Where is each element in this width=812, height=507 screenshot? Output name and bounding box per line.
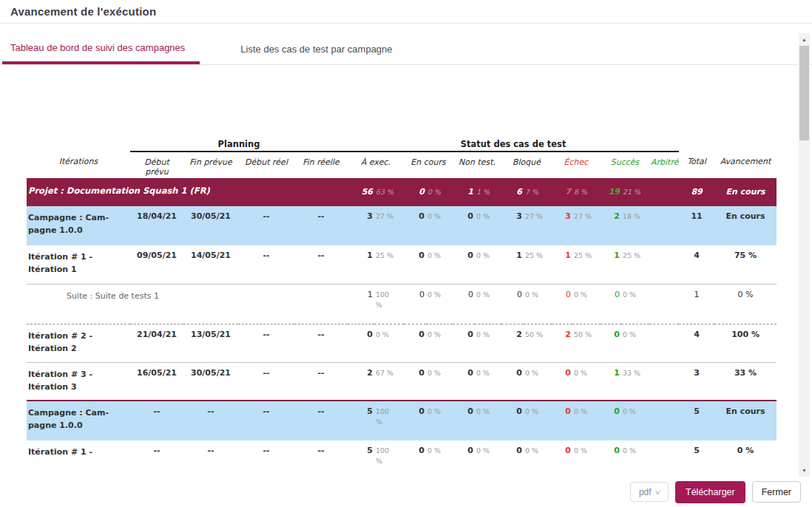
- table-row: Projet : Documentation Squash 1 (FR)5663…: [27, 178, 777, 205]
- table-row: Itération # 1 - Itération 109/05/2114/05…: [27, 245, 777, 284]
- scroll-up-icon[interactable]: ▲: [799, 34, 810, 45]
- format-select[interactable]: pdf ∨: [630, 482, 669, 502]
- group-header-row: Planning Statut des cas de test: [27, 134, 777, 152]
- dashboard-content: Planning Statut des cas de test Itératio…: [0, 66, 799, 477]
- tab-test-case-list[interactable]: Liste des cas de test par campagne: [232, 34, 407, 64]
- table-row: Itération # 1 ---------5100 %00 %00 %00 …: [27, 440, 777, 477]
- dialog-title: Avancement de l'exécution: [10, 5, 156, 18]
- col-header-start-planned: Début prévu: [130, 152, 183, 178]
- group-header-planning: Planning: [130, 134, 348, 152]
- close-button[interactable]: Fermer: [752, 481, 801, 503]
- col-header-not-tested: Non test.: [453, 152, 501, 178]
- dialog-footer: pdf ∨ Télécharger Fermer: [0, 477, 812, 507]
- tab-campaign-dashboard[interactable]: Tableau de bord de suivi des campagnes: [2, 34, 200, 64]
- row-label: Suite : Suite de tests 1: [27, 284, 348, 324]
- row-label: Campagne : Cam- pagne 1.0.0: [27, 401, 130, 440]
- campaign-tracking-table: Planning Statut des cas de test Itératio…: [27, 134, 777, 477]
- col-header-blocked: Bloqué: [501, 152, 552, 178]
- col-header-iterations: Itérations: [27, 152, 130, 178]
- scrollbar[interactable]: ▲ ▼: [799, 33, 810, 477]
- row-label: Campagne : Cam- pagne 1.0.0: [27, 205, 130, 245]
- scrollbar-thumb[interactable]: [799, 46, 809, 140]
- col-header-progress: Avancement: [714, 152, 777, 178]
- col-header-settled: Arbitré: [649, 152, 679, 178]
- col-header-total: Total: [679, 152, 714, 178]
- scroll-down-icon[interactable]: ▼: [799, 465, 810, 476]
- table-body: Projet : Documentation Squash 1 (FR)5663…: [27, 178, 777, 477]
- execution-progress-dialog: Avancement de l'exécution Tableau de bor…: [0, 0, 812, 507]
- row-label: Itération # 1 - Itération 1: [27, 245, 130, 284]
- table-row: Campagne : Cam- pagne 1.0.0--------5100 …: [27, 401, 777, 440]
- group-header-status: Statut des cas de test: [348, 134, 679, 152]
- col-header-end-actual: Fin réelle: [294, 152, 348, 178]
- table-row: Suite : Suite de tests 11100 %00 %00 %00…: [27, 284, 777, 324]
- dialog-header: Avancement de l'exécution: [0, 0, 812, 24]
- col-header-failure: Échec: [552, 152, 600, 178]
- table-row: Itération # 3 - Itération 316/05/2130/05…: [27, 362, 777, 401]
- table-row: Itération # 2 - Itération 221/04/2113/05…: [27, 324, 777, 362]
- col-header-end-planned: Fin prévue: [183, 152, 238, 178]
- col-header-to-exec: À exec.: [348, 152, 404, 178]
- row-label: Itération # 2 - Itération 2: [27, 324, 130, 362]
- chevron-down-icon: ∨: [654, 489, 660, 496]
- row-label: Projet : Documentation Squash 1 (FR): [27, 178, 348, 205]
- tab-bar: Tableau de bord de suivi des campagnes L…: [0, 34, 812, 65]
- format-select-value: pdf: [639, 487, 652, 497]
- row-label: Itération # 1 -: [27, 440, 130, 477]
- col-header-in-progress: En cours: [404, 152, 453, 178]
- column-header-row: Itérations Début prévu Fin prévue Début …: [27, 152, 777, 178]
- table-row: Campagne : Cam- pagne 1.0.018/04/2130/05…: [27, 205, 777, 245]
- download-button[interactable]: Télécharger: [675, 481, 745, 503]
- col-header-success: Succès: [600, 152, 649, 178]
- col-header-start-actual: Début réel: [238, 152, 294, 178]
- row-label: Itération # 3 - Itération 3: [27, 362, 130, 401]
